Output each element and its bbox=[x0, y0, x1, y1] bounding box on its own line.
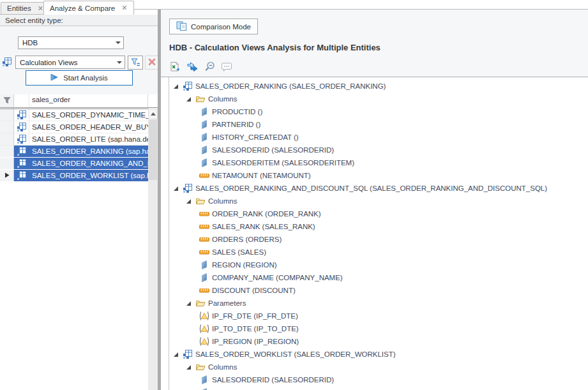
tree-item[interactable]: DISCOUNT (DISCOUNT) bbox=[169, 284, 588, 297]
expander-icon[interactable] bbox=[186, 301, 195, 306]
filter-input[interactable]: sales_order bbox=[32, 96, 70, 103]
attribute-icon bbox=[199, 145, 210, 155]
parameter-icon bbox=[199, 311, 210, 321]
panel-header: Select entity type: bbox=[0, 15, 158, 26]
tree-item[interactable]: PARTNERID () bbox=[169, 118, 588, 131]
tree-item[interactable]: PRODUCTID () bbox=[169, 105, 588, 118]
tree-item-label: Columns bbox=[206, 197, 237, 205]
tree-item-label: ORDER_RANK (ORDER_RANK) bbox=[210, 210, 321, 218]
calculation-view-icon bbox=[14, 121, 29, 133]
arrow-up-icon bbox=[151, 112, 156, 116]
comparison-mode-button[interactable]: Comparison Mode bbox=[169, 19, 258, 34]
tree-item[interactable]: COMPANY_NAME (COMPANY_NAME) bbox=[169, 271, 588, 284]
tree-item[interactable]: IP_FR_DTE (IP_FR_DTE) bbox=[169, 310, 588, 322]
entity-type-value: Calculation Views bbox=[16, 59, 114, 66]
tree-item[interactable]: SALESORDERID (SALESORDERID) bbox=[169, 144, 588, 156]
tree-item[interactable]: PARTNERID (PARTNER_PARTNERID) bbox=[169, 386, 588, 390]
start-analysis-button[interactable]: Start Analysis bbox=[26, 70, 133, 86]
chevron-down-icon[interactable] bbox=[112, 41, 123, 44]
export-excel-button[interactable] bbox=[169, 61, 181, 73]
tree-item[interactable]: SALES_ORDER_RANKING_AND_DISCOUNT_SQL (SA… bbox=[169, 182, 588, 195]
tree-item[interactable]: SALES (SALES) bbox=[169, 246, 588, 259]
scroll-up-button[interactable] bbox=[148, 109, 158, 119]
entity-name: SALES_ORDER_RANKING_AND_DISC bbox=[32, 160, 148, 167]
copy-documents-icon bbox=[176, 21, 187, 33]
attribute-icon bbox=[199, 132, 210, 142]
expander-icon[interactable] bbox=[173, 84, 182, 89]
tree-item-label: Columns bbox=[206, 95, 237, 103]
list-item[interactable]: SALES_ORDER_RANKING (sap.hana. bbox=[0, 146, 148, 158]
analysis-toolbar bbox=[169, 61, 233, 73]
tree-item[interactable]: IP_REGION (IP_REGION) bbox=[169, 335, 588, 348]
attribute-icon bbox=[199, 119, 210, 130]
clear-filter-button[interactable] bbox=[145, 56, 158, 70]
filter-button[interactable] bbox=[128, 56, 143, 70]
tree-item-label: SALESORDERITEM (SALESORDERITEM) bbox=[210, 159, 354, 167]
tab-entities[interactable]: Entities ✕ bbox=[1, 2, 50, 15]
attribute-icon bbox=[199, 375, 210, 385]
tree-item[interactable]: Columns bbox=[169, 93, 588, 105]
tree-item[interactable]: Columns bbox=[169, 361, 588, 373]
page-title: HDB - Calculation Views Analysis for Mul… bbox=[169, 43, 381, 52]
tree-item[interactable]: SALES_ORDER_RANKING (SALES_ORDER_RANKING… bbox=[169, 80, 588, 93]
entity-type-combobox[interactable]: Calculation Views bbox=[15, 56, 125, 69]
tab-entities-label: Entities bbox=[7, 4, 31, 12]
close-icon[interactable]: ✕ bbox=[38, 5, 43, 12]
tree-item-label: PARTNERID () bbox=[210, 121, 260, 128]
analysis-result-tree: SALES_ORDER_RANKING (SALES_ORDER_RANKING… bbox=[169, 77, 588, 390]
tree-item[interactable]: HISTORY_CREATEDAT () bbox=[169, 131, 588, 144]
tree-item[interactable]: NETAMOUNT (NETAMOUNT) bbox=[169, 169, 588, 182]
folder-open-icon bbox=[195, 298, 206, 308]
tree-item[interactable]: REGION (REGION) bbox=[169, 259, 588, 271]
comments-button[interactable] bbox=[220, 61, 233, 73]
chevron-down-icon[interactable] bbox=[114, 61, 124, 64]
tree-item[interactable]: IP_TO_DTE (IP_TO_DTE) bbox=[169, 322, 588, 335]
entity-name: SALES_ORDER_DYNAMIC_TIME_PER bbox=[32, 111, 148, 119]
tree-item[interactable]: SALESORDERID (SALESORDERID) bbox=[169, 373, 588, 386]
expander-icon[interactable] bbox=[173, 186, 182, 191]
tree-item[interactable]: ORDER_RANK (ORDER_RANK) bbox=[169, 207, 588, 220]
tree-item[interactable]: Parameters bbox=[169, 297, 588, 310]
entity-name: SALES_ORDER_HEADER_W_BUYER ( bbox=[32, 123, 148, 131]
list-item[interactable]: SALES_ORDER_RANKING_AND_DISC bbox=[0, 158, 148, 170]
entity-name: SALES_ORDER_WORKLIST (sap.hana bbox=[32, 172, 148, 179]
expander-icon[interactable] bbox=[186, 199, 195, 204]
tree-item-label: NETAMOUNT (NETAMOUNT) bbox=[210, 172, 311, 179]
calc-view-icon bbox=[182, 81, 193, 91]
zoom-out-button[interactable] bbox=[203, 61, 216, 73]
tree-item[interactable]: ORDERS (ORDERS) bbox=[169, 233, 588, 246]
close-icon[interactable]: ✕ bbox=[121, 4, 127, 11]
expander-icon[interactable] bbox=[186, 364, 195, 370]
divider bbox=[147, 94, 148, 107]
expander-icon[interactable] bbox=[173, 352, 182, 357]
list-item[interactable]: SALES_ORDER_LITE (sap.hana.demo bbox=[0, 133, 148, 146]
folder-open-icon bbox=[195, 196, 206, 206]
tree-item-label: IP_FR_DTE (IP_FR_DTE) bbox=[210, 312, 298, 320]
tree-item-label: IP_TO_DTE (IP_TO_DTE) bbox=[210, 325, 299, 333]
tab-analyze-compare-label: Analyze & Compare bbox=[50, 4, 115, 12]
grid-filter-row[interactable]: sales_order bbox=[0, 94, 158, 107]
start-analysis-label: Start Analysis bbox=[63, 74, 108, 82]
list-item[interactable]: SALES_ORDER_WORKLIST (sap.hana bbox=[0, 170, 148, 182]
tree-item[interactable]: SALESORDERITEM (SALESORDERITEM) bbox=[169, 156, 588, 169]
expander-icon[interactable] bbox=[186, 96, 195, 102]
measure-icon bbox=[199, 234, 210, 244]
tree-item[interactable]: Columns bbox=[169, 195, 588, 207]
calc-view-icon bbox=[182, 183, 193, 193]
calc-view-icon bbox=[182, 349, 193, 359]
scrollbar-thumb[interactable] bbox=[149, 120, 157, 180]
attribute-icon bbox=[199, 273, 210, 283]
vertical-scrollbar[interactable] bbox=[148, 109, 158, 390]
filter-row-gutter bbox=[0, 94, 14, 107]
system-type-combobox[interactable]: HDB bbox=[18, 36, 124, 49]
compare-arrows-button[interactable] bbox=[186, 61, 199, 73]
list-item[interactable]: SALES_ORDER_HEADER_W_BUYER ( bbox=[0, 121, 148, 133]
attribute-icon bbox=[199, 387, 210, 390]
list-item[interactable]: SALES_ORDER_DYNAMIC_TIME_PER bbox=[0, 109, 148, 121]
row-gutter bbox=[0, 121, 14, 133]
tree-item[interactable]: SALES_RANK (SALES_RANK) bbox=[169, 220, 588, 233]
calculation-view-icon bbox=[14, 158, 29, 169]
tab-analyze-compare[interactable]: Analyze & Compare ✕ bbox=[43, 1, 134, 15]
calculation-view-icon bbox=[14, 109, 29, 121]
tree-item[interactable]: SALES_ORDER_WORKLIST (SALES_ORDER_WORKLI… bbox=[169, 348, 588, 361]
